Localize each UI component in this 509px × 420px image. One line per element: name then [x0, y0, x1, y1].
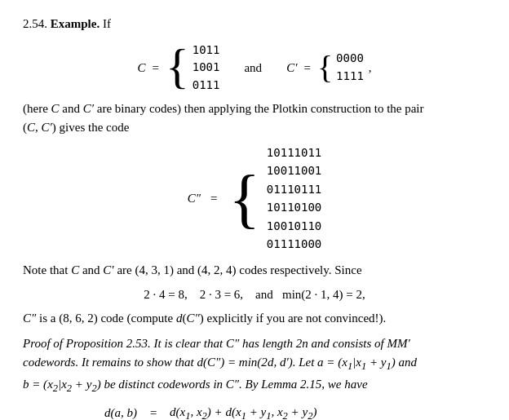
- page-content: 2.54. Example. If C = { 1011 1001 0111 a…: [23, 15, 486, 420]
- eq-1: =: [145, 402, 162, 420]
- c-prime-matrix: 0000 1111: [336, 50, 364, 85]
- c-var: C: [137, 59, 145, 77]
- proof-title: Proof of Proposition 2.53.: [23, 337, 151, 350]
- equals-3: =: [210, 189, 217, 208]
- proof-body-1: It is clear that C″ has length 2n and co…: [154, 337, 410, 350]
- equals-1: =: [152, 59, 158, 77]
- note-paragraph: Note that C and C′ are (4, 3, 1) and (4,…: [23, 261, 486, 280]
- left-brace-big: {: [228, 170, 259, 226]
- eq-row-1: d(a, b) = d(x1, x2) + d(x1 + y1, x2 + y2…: [72, 401, 486, 420]
- c-double-prime-equation: C″ = { 10111011 10011001 01110111 101101…: [23, 144, 486, 253]
- comma-1: ,: [369, 59, 372, 77]
- proof-body-3: b = (x2|x2 + y2) be distinct codewords i…: [23, 378, 368, 391]
- c-equation: C = { 1011 1001 0111: [137, 42, 219, 95]
- left-brace-1: {: [166, 42, 189, 91]
- section-header: 2.54. Example. If: [23, 15, 486, 33]
- and-connector-1: and: [244, 59, 262, 77]
- proof-body-2: codewords. It remains to show that d(C″)…: [23, 356, 417, 369]
- proof-paragraph: Proof of Proposition 2.53. It is clear t…: [23, 334, 486, 396]
- left-brace-2: {: [317, 51, 333, 84]
- c-matrix: 1011 1001 0111: [193, 42, 220, 95]
- rhs-1: d(x1, x2) + d(x1 + y1, x2 + y2): [170, 401, 316, 420]
- main-equation: C = { 1011 1001 0111 and C′ = { 0000 111…: [23, 42, 486, 95]
- example-label: Example.: [51, 17, 100, 30]
- equals-2: =: [303, 59, 310, 77]
- c-double-prime-matrix: 10111011 10011001 01110111 10110100 1001…: [267, 144, 321, 253]
- section-number: 2.54.: [23, 17, 47, 30]
- c-prime-var: C′: [286, 59, 297, 77]
- code-description: C″ is a (8, 6, 2) code (compute d(C″) ex…: [23, 309, 486, 328]
- intro-text: If: [103, 17, 111, 30]
- parenthetical-text: (here C and C′ are binary codes) then ap…: [23, 99, 486, 138]
- aligned-equations: d(a, b) = d(x1, x2) + d(x1 + y1, x2 + y2…: [72, 401, 486, 420]
- c-double-prime-var: C″: [188, 189, 201, 208]
- calc-line: 2 · 4 = 8, 2 · 3 = 6, and min(2 · 1, 4) …: [23, 285, 486, 304]
- lhs-da: d(a, b): [72, 402, 137, 420]
- c-prime-equation: C′ = { 0000 1111 ,: [286, 50, 371, 85]
